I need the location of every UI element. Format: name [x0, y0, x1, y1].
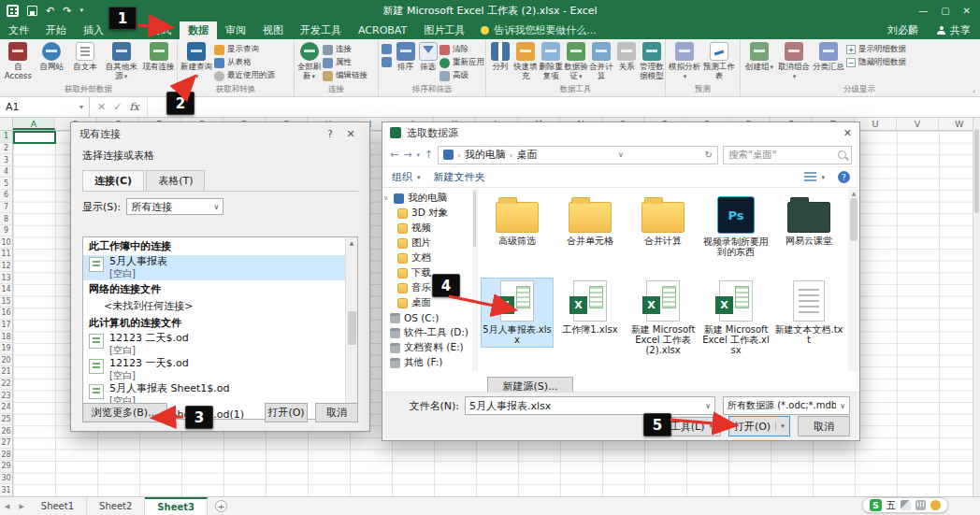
properties-button[interactable]: 属性 [323, 57, 368, 68]
formula-input[interactable] [148, 97, 980, 117]
row-header[interactable]: 25 [0, 414, 12, 426]
row-header[interactable]: 4 [0, 166, 12, 179]
scrollbar-thumb[interactable] [348, 311, 356, 345]
close-icon[interactable]: ✕ [340, 128, 361, 140]
tab-developer[interactable]: 开发工具 [292, 21, 350, 39]
data-validation-button[interactable]: 数据验证▾ [564, 41, 588, 80]
open-button[interactable]: 打开(O) [265, 403, 308, 422]
tab-review[interactable]: 审阅 [217, 21, 254, 39]
help-icon[interactable]: ? [838, 171, 850, 183]
consolidate-button[interactable]: 合并计算 [589, 41, 613, 80]
tree-item-drive-f[interactable]: 其他 (F:) [382, 355, 477, 370]
text-to-columns-button[interactable]: 分列 [488, 41, 512, 72]
row-header[interactable]: 12 [0, 261, 12, 273]
from-table-button[interactable]: 从表格 [214, 57, 275, 68]
file-list-scrollbar[interactable]: ▲ [848, 189, 859, 371]
insert-function-icon[interactable]: fx [129, 101, 138, 113]
row-header[interactable]: 17 [0, 320, 12, 332]
enter-formula-icon[interactable]: ✓ [113, 101, 122, 113]
name-box-dropdown-icon[interactable]: ▾ [79, 103, 83, 111]
save-icon[interactable] [27, 6, 37, 16]
ime-mode-label[interactable]: 五 [886, 499, 896, 512]
connections-button[interactable]: 连接 [323, 44, 368, 55]
scrollbar-thumb[interactable] [974, 129, 979, 213]
what-if-button[interactable]: 模拟分析▾ [668, 41, 701, 80]
file-item-folder[interactable]: 合并单元格 [555, 193, 626, 248]
refresh-icon[interactable]: ↻ [705, 150, 713, 160]
from-web-button[interactable]: 自网站 [36, 41, 68, 72]
reapply-button[interactable]: 重新应用 [440, 57, 484, 68]
cancel-formula-icon[interactable]: ✕ [97, 101, 106, 113]
filename-input[interactable]: 5月人事报表.xlsx ∨ [465, 396, 715, 415]
sort-descending-icon[interactable] [382, 57, 392, 67]
open-button[interactable]: 打开(O)▾ [728, 416, 790, 436]
connection-item-selected[interactable]: 5月人事报表[空白] [83, 255, 345, 280]
sort-button[interactable]: 排序 [395, 41, 416, 72]
address-dropdown-icon[interactable]: ∨ [618, 150, 624, 159]
row-header[interactable]: 13 [0, 272, 12, 284]
filter-button[interactable]: 筛选 [417, 41, 439, 72]
forecast-sheet-button[interactable]: 预测工作表 [702, 41, 736, 80]
column-header[interactable]: A [13, 118, 55, 130]
relationships-button[interactable]: 关系 [614, 41, 639, 72]
row-header[interactable]: 11 [0, 249, 12, 261]
add-sheet-button[interactable]: + [208, 497, 235, 515]
sheet-tab-sheet3[interactable]: Sheet3 [145, 497, 208, 515]
cancel-button[interactable]: 取消 [315, 403, 358, 422]
tree-item-3d-objects[interactable]: 3D 对象 [382, 206, 477, 221]
tree-item-desktop[interactable]: 桌面 [382, 295, 477, 310]
edit-links-button[interactable]: 编辑链接 [323, 70, 368, 81]
scrollbar-thumb[interactable] [473, 191, 476, 247]
share-button[interactable]: 共享 [928, 21, 980, 39]
row-header[interactable]: 6 [0, 190, 12, 202]
connection-item[interactable]: 12123 二天$.od[空白] [83, 332, 345, 357]
sheet-tab-sheet2[interactable]: Sheet2 [87, 497, 145, 515]
file-item-folder[interactable]: 高级筛选 [482, 193, 553, 248]
subtotal-button[interactable]: 分类汇总 [812, 41, 845, 72]
toolbox-icon[interactable] [930, 500, 941, 510]
tab-file[interactable]: 文件 [0, 21, 37, 39]
tab-data[interactable]: 数据 [180, 21, 217, 39]
undo-icon[interactable]: ↶ [46, 6, 54, 16]
row-header[interactable]: 28 [0, 449, 12, 461]
refresh-all-button[interactable]: 全部刷新▾ [296, 41, 322, 80]
row-header[interactable]: 27 [0, 437, 12, 450]
row-header[interactable]: 15 [0, 296, 12, 308]
scrollbar-thumb[interactable] [850, 198, 858, 241]
remove-duplicates-button[interactable]: 删除重复项 [539, 41, 563, 80]
from-text-button[interactable]: 自文本 [69, 41, 102, 72]
list-scrollbar[interactable]: ▲ ▼ [345, 237, 357, 419]
organize-button[interactable]: 组织▾ [392, 170, 421, 184]
from-other-sources-button[interactable]: 自其他来源▾ [103, 41, 141, 80]
prev-sheet-icon[interactable]: ◀ [0, 497, 14, 515]
tree-item-downloads[interactable]: 下载 [382, 265, 477, 280]
view-mode-button[interactable]: ▾ [804, 172, 825, 182]
dialog-launcher-icon[interactable]: ⌟ [972, 85, 975, 93]
file-item-xlsx-selected[interactable]: X5月人事报表.xlsx [482, 279, 553, 347]
tab-formulas[interactable]: 公式 [142, 21, 180, 39]
up-icon[interactable]: ↑ [425, 149, 433, 161]
file-item-xlsx[interactable]: X新建 Microsoft Excel 工作表.xlsx [700, 279, 771, 357]
row-header[interactable]: 5 [0, 178, 12, 190]
recent-sources-button[interactable]: 最近使用的源 [214, 70, 275, 81]
sort-ascending-icon[interactable] [382, 44, 392, 54]
row-header[interactable]: 10 [0, 236, 12, 249]
tree-item-drive-e[interactable]: 文档资料 (E:) [382, 340, 477, 355]
row-header[interactable]: 21 [0, 366, 12, 379]
row-header[interactable]: 2 [0, 143, 12, 155]
file-item-txt[interactable]: 新建文本文档.txt [773, 279, 844, 347]
flash-fill-button[interactable]: 快速填充 [513, 41, 538, 80]
tab-home[interactable]: 开始 [37, 21, 75, 39]
row-header[interactable]: 16 [0, 308, 12, 320]
connection-item[interactable]: 12123 一天$.od[空白] [83, 357, 345, 382]
column-header[interactable]: U [855, 118, 897, 130]
existing-connections-button[interactable]: 现有连接 [141, 41, 176, 72]
row-header[interactable]: 7 [0, 202, 12, 214]
scroll-up-icon[interactable]: ▲ [350, 239, 354, 246]
excel-logo-icon[interactable] [7, 5, 19, 17]
tree-item-drive-d[interactable]: 软件-工具 (D:) [382, 325, 477, 340]
tree-item-videos[interactable]: 视频 [382, 221, 477, 236]
redo-icon[interactable]: ↷ [63, 6, 71, 16]
file-item-folder[interactable]: 网易云课堂 [773, 193, 844, 248]
history-dropdown-icon[interactable]: ▾ [416, 151, 420, 159]
